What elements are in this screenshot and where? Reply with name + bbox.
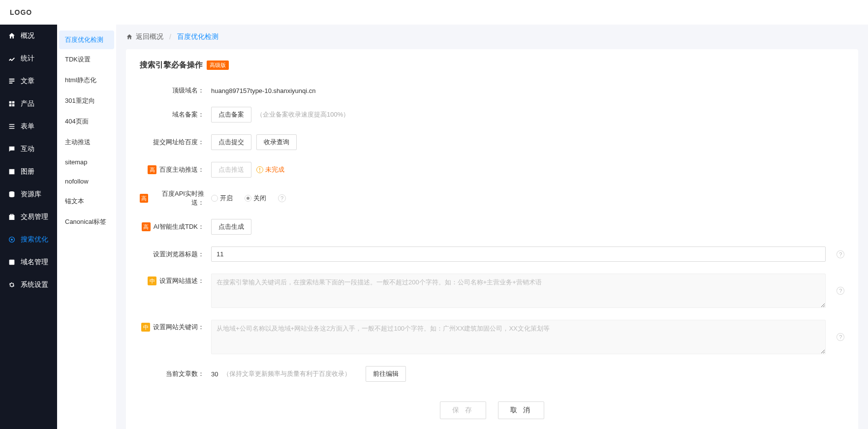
nav-label: 系统设置 bbox=[21, 280, 48, 289]
cancel-button[interactable]: 取 消 bbox=[498, 401, 544, 419]
nav-label: 产品 bbox=[21, 99, 34, 108]
label-keywords: 设置网站关键词： bbox=[153, 323, 204, 332]
label-ai-tdk: AI智能生成TDK： bbox=[154, 222, 204, 231]
nav-label: 文章 bbox=[21, 77, 34, 86]
save-button[interactable]: 保 存 bbox=[440, 401, 486, 419]
row-ai-tdk: 高 AI智能生成TDK： 点击生成 bbox=[140, 219, 844, 235]
svg-point-1 bbox=[11, 239, 13, 241]
label-description: 设置网站描述： bbox=[159, 276, 204, 285]
sub-canonical[interactable]: Canonical标签 bbox=[57, 212, 116, 232]
panel-main: 搜索引擎必备操作 高级版 顶级域名： huang897157type-10.sh… bbox=[126, 49, 858, 429]
breadcrumb-current: 百度优化检测 bbox=[177, 32, 218, 41]
clipboard-icon bbox=[8, 213, 16, 221]
btn-record[interactable]: 点击备案 bbox=[211, 107, 251, 123]
sub-baidu-check[interactable]: 百度优化检测 bbox=[59, 31, 114, 49]
radio-circle bbox=[245, 195, 251, 202]
label-browser-title: 设置浏览器标题： bbox=[153, 250, 204, 259]
nav-resource[interactable]: 资源库 bbox=[0, 183, 57, 206]
sub-301[interactable]: 301重定向 bbox=[57, 91, 116, 111]
nav-label: 资源库 bbox=[21, 190, 41, 199]
nav-seo[interactable]: 搜索优化 bbox=[0, 228, 57, 251]
globe-icon bbox=[8, 258, 16, 266]
breadcrumb-back[interactable]: 返回概况 bbox=[126, 32, 163, 41]
textarea-description[interactable] bbox=[211, 274, 826, 308]
row-push: 高 百度主动推送： 点击推送 ! 未完成 bbox=[140, 162, 844, 178]
radio-circle bbox=[211, 195, 218, 202]
badge-advanced: 高级版 bbox=[207, 61, 229, 70]
doc-icon bbox=[8, 77, 16, 85]
value-article-count: 30 bbox=[211, 370, 218, 378]
hint-article: （保持文章更新频率与质量有利于百度收录） bbox=[223, 369, 351, 378]
tag-high: 高 bbox=[142, 222, 151, 231]
help-api[interactable]: ? bbox=[278, 194, 286, 202]
radio-api-open[interactable]: 开启 bbox=[211, 194, 233, 203]
btn-goto-edit[interactable]: 前往编辑 bbox=[366, 366, 406, 382]
nav-trade[interactable]: 交易管理 bbox=[0, 206, 57, 228]
sub-static[interactable]: html静态化 bbox=[57, 70, 116, 91]
warn-push: ! 未完成 bbox=[256, 165, 284, 174]
label-api: 百度API实时推送： bbox=[151, 189, 204, 207]
radio-label-close: 关闭 bbox=[253, 194, 266, 203]
nav-label: 表单 bbox=[21, 122, 34, 131]
target-icon bbox=[8, 236, 16, 244]
nav-label: 互动 bbox=[21, 145, 34, 153]
sub-tdk[interactable]: TDK设置 bbox=[57, 49, 116, 70]
nav-label: 搜索优化 bbox=[21, 235, 48, 244]
btn-push[interactable]: 点击推送 bbox=[211, 162, 251, 178]
nav-stats[interactable]: 统计 bbox=[0, 47, 57, 70]
row-api: 高 百度API实时推送： 开启 关闭 ? bbox=[140, 189, 844, 207]
nav-label: 域名管理 bbox=[21, 258, 48, 267]
radio-api-close[interactable]: 关闭 bbox=[245, 194, 266, 203]
sub-push[interactable]: 主动推送 bbox=[57, 132, 116, 153]
nav-form[interactable]: 表单 bbox=[0, 115, 57, 138]
btn-ai-tdk[interactable]: 点击生成 bbox=[211, 219, 251, 235]
chat-icon bbox=[8, 145, 16, 153]
tag-high: 高 bbox=[140, 194, 148, 203]
row-browser-title: 设置浏览器标题： ? bbox=[140, 246, 844, 262]
panel-title-row: 搜索引擎必备操作 高级版 bbox=[140, 60, 844, 70]
row-keywords: 中 设置网站关键词： ? bbox=[140, 320, 844, 354]
textarea-keywords[interactable] bbox=[211, 320, 826, 354]
nav-domain[interactable]: 域名管理 bbox=[0, 251, 57, 274]
home-icon bbox=[126, 33, 133, 40]
sub-anchor[interactable]: 锚文本 bbox=[57, 191, 116, 212]
breadcrumb-sep: / bbox=[169, 33, 171, 41]
label-article-count: 当前文章数： bbox=[166, 369, 204, 378]
row-domain: 顶级域名： huang897157type-10.shanxiyunqi.cn bbox=[140, 86, 844, 95]
label-push: 百度主动推送： bbox=[159, 165, 204, 174]
action-row: 保 存 取 消 bbox=[140, 401, 844, 419]
nav-interact[interactable]: 互动 bbox=[0, 138, 57, 160]
input-browser-title[interactable] bbox=[211, 246, 826, 262]
help-browser-title[interactable]: ? bbox=[837, 250, 844, 258]
btn-submit[interactable]: 点击提交 bbox=[211, 134, 251, 150]
sidebar-sub: 百度优化检测 TDK设置 html静态化 301重定向 404页面 主动推送 s… bbox=[57, 25, 116, 429]
nav-label: 统计 bbox=[21, 54, 34, 63]
sub-nofollow[interactable]: nofollow bbox=[57, 172, 116, 191]
nav-product[interactable]: 产品 bbox=[0, 92, 57, 115]
tag-mid: 中 bbox=[148, 276, 156, 285]
sub-sitemap[interactable]: sitemap bbox=[57, 153, 116, 172]
nav-gallery[interactable]: 图册 bbox=[0, 160, 57, 183]
label-domain: 顶级域名： bbox=[172, 86, 204, 95]
nav-label: 概况 bbox=[21, 31, 34, 40]
value-domain: huang897157type-10.shanxiyunqi.cn bbox=[211, 87, 316, 94]
top-header: LOGO bbox=[0, 0, 868, 25]
row-article-count: 当前文章数： 30 （保持文章更新频率与质量有利于百度收录） 前往编辑 bbox=[140, 366, 844, 382]
label-submit: 提交网址给百度： bbox=[153, 138, 204, 147]
tag-mid: 中 bbox=[141, 323, 150, 332]
nav-label: 图册 bbox=[21, 167, 34, 176]
tag-high: 高 bbox=[148, 165, 156, 174]
home-icon bbox=[8, 32, 16, 40]
nav-overview[interactable]: 概况 bbox=[0, 25, 57, 47]
nav-label: 交易管理 bbox=[21, 213, 48, 221]
btn-query[interactable]: 收录查询 bbox=[256, 134, 297, 150]
row-submit: 提交网址给百度： 点击提交 收录查询 bbox=[140, 134, 844, 150]
sub-404[interactable]: 404页面 bbox=[57, 111, 116, 132]
nav-article[interactable]: 文章 bbox=[0, 70, 57, 92]
label-record: 域名备案： bbox=[172, 110, 204, 119]
row-record: 域名备案： 点击备案 （企业备案收录速度提高100%） bbox=[140, 107, 844, 123]
hint-record: （企业备案收录速度提高100%） bbox=[256, 110, 349, 119]
help-keywords[interactable]: ? bbox=[837, 333, 844, 341]
help-description[interactable]: ? bbox=[837, 287, 844, 295]
nav-system[interactable]: 系统设置 bbox=[0, 274, 57, 296]
